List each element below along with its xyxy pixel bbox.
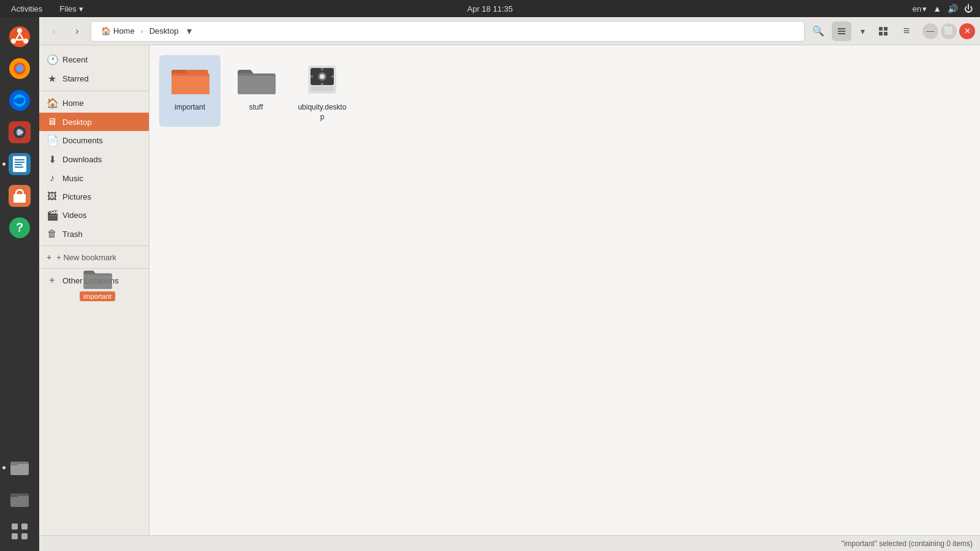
dock-item-files[interactable] [5, 453, 34, 482]
desktop-file-icon [306, 63, 339, 96]
sidebar-item-trash[interactable]: 🗑 Trash [39, 225, 149, 243]
volume-icon[interactable]: 🔊 [948, 4, 958, 13]
breadcrumb-home-label: Home [113, 26, 135, 36]
breadcrumb-home[interactable]: 🏠 Home [97, 25, 138, 37]
svg-rect-24 [13, 194, 26, 203]
file-area: important stuff [149, 45, 980, 535]
sidebar-label-home: Home [62, 99, 84, 108]
dock-item-help[interactable]: ? [5, 213, 34, 242]
svg-point-54 [320, 74, 325, 79]
sidebar-item-videos[interactable]: 🎬 Videos [39, 206, 149, 225]
status-bar: "important" selected (containing 0 items… [39, 535, 980, 551]
dock-item-show-apps[interactable] [5, 517, 34, 546]
forward-button[interactable]: › [67, 21, 87, 41]
svg-rect-20 [15, 162, 24, 163]
file-item-important[interactable]: important [159, 55, 221, 127]
lang-text: en [913, 4, 921, 13]
documents-icon: 📄 [47, 135, 58, 146]
sidebar: 🕐 Recent ★ Starred 🏠 Home 🖥 Desktop 📄 Do… [39, 45, 149, 535]
sidebar-divider-2 [39, 246, 149, 246]
sidebar-label-downloads: Downloads [62, 155, 102, 164]
sidebar-label-videos: Videos [62, 211, 87, 220]
power-icon[interactable]: ⏻ [964, 4, 973, 13]
sidebar-item-documents[interactable]: 📄 Documents [39, 131, 149, 150]
view-dropdown-button[interactable]: ▾ [853, 21, 872, 41]
maximize-button[interactable]: ⬜ [941, 23, 957, 39]
sidebar-label-recent: Recent [62, 55, 88, 64]
sidebar-item-recent[interactable]: 🕐 Recent [39, 50, 149, 69]
trash-icon: 🗑 [47, 228, 58, 239]
sidebar-item-downloads[interactable]: ⬇ Downloads [39, 150, 149, 169]
sidebar-divider-1 [39, 91, 149, 91]
lang-indicator[interactable]: en ▾ [913, 4, 927, 13]
status-text: "important" selected (containing 0 items… [841, 539, 973, 548]
svg-rect-35 [12, 533, 18, 539]
close-button[interactable]: ✕ [959, 23, 975, 39]
svg-rect-55 [321, 68, 323, 70]
dock-item-rhythmbox[interactable] [5, 118, 34, 147]
svg-rect-41 [884, 27, 888, 31]
sidebar-item-music[interactable]: ♪ Music [39, 169, 149, 187]
recent-icon: 🕐 [47, 54, 58, 66]
file-item-ubiquity[interactable]: ubiquity.desktop [292, 55, 353, 127]
svg-rect-52 [311, 86, 334, 91]
sidebar-label-documents: Documents [62, 136, 103, 145]
view-list-button[interactable] [832, 21, 851, 41]
sidebar-item-desktop[interactable]: 🖥 Desktop [39, 113, 149, 131]
sidebar-new-bookmark[interactable]: + + New bookmark [39, 249, 149, 266]
sidebar-item-home[interactable]: 🏠 Home [39, 94, 149, 113]
svg-rect-42 [879, 32, 883, 36]
activities-button[interactable]: Activities [7, 3, 46, 15]
dock-item-thunderbird[interactable] [5, 86, 34, 115]
desktop-icon: 🖥 [47, 116, 58, 127]
dock-item-ubuntu[interactable] [5, 22, 34, 51]
svg-rect-39 [838, 33, 845, 34]
svg-rect-36 [21, 533, 28, 539]
svg-rect-58 [331, 75, 334, 78]
back-button[interactable]: ‹ [44, 21, 64, 41]
files-menu-label: Files [59, 4, 76, 13]
file-icon-wrapper-stuff [236, 60, 276, 99]
sidebar-label-starred: Starred [62, 74, 89, 83]
sidebar-item-pictures[interactable]: 🖼 Pictures [39, 187, 149, 206]
home-sidebar-icon: 🏠 [47, 97, 58, 109]
svg-rect-28 [10, 464, 29, 475]
minimize-button[interactable]: — [922, 23, 938, 39]
sidebar-label-music: Music [62, 174, 83, 183]
svg-text:?: ? [16, 220, 23, 234]
music-icon: ♪ [47, 173, 58, 184]
title-bar: ‹ › 🏠 Home › Desktop ▾ 🔍 ▾ [39, 17, 980, 45]
breadcrumb-bar: 🏠 Home › Desktop ▾ [91, 21, 805, 42]
dock-item-files2[interactable] [5, 485, 34, 514]
dock-item-firefox[interactable] [5, 54, 34, 83]
files-menu-button[interactable]: Files ▾ [56, 3, 86, 15]
svg-rect-37 [838, 28, 845, 29]
svg-rect-38 [838, 31, 845, 32]
breadcrumb-dropdown-btn[interactable]: ▾ [184, 24, 194, 38]
files-window: ‹ › 🏠 Home › Desktop ▾ 🔍 ▾ [39, 17, 980, 551]
breadcrumb-desktop[interactable]: Desktop [146, 25, 183, 37]
sidebar-item-other-locations[interactable]: + Other Locations [39, 271, 149, 290]
svg-rect-32 [10, 493, 18, 497]
folder-icon-stuff [236, 62, 276, 97]
svg-rect-19 [15, 159, 24, 160]
hamburger-menu-button[interactable]: ≡ [897, 21, 916, 41]
sidebar-label-pictures: Pictures [62, 192, 91, 201]
file-label-ubiquity: ubiquity.desktop [296, 103, 348, 122]
view-controls: ▾ [832, 21, 893, 41]
svg-rect-21 [15, 164, 22, 165]
dock-item-writer[interactable] [5, 149, 34, 179]
search-button[interactable]: 🔍 [809, 21, 828, 41]
wifi-icon[interactable]: ▲ [933, 4, 941, 13]
dock-indicator-writer [2, 163, 6, 166]
file-item-stuff[interactable]: stuff [225, 55, 287, 127]
sidebar-item-starred[interactable]: ★ Starred [39, 69, 149, 88]
view-grid-button[interactable] [873, 21, 893, 41]
dock-item-shop[interactable] [5, 181, 34, 211]
folder-icon-important [170, 62, 209, 97]
svg-point-3 [23, 39, 28, 43]
sidebar-label-desktop: Desktop [62, 118, 92, 127]
sidebar-label-other-locations: Other Locations [62, 276, 119, 285]
svg-rect-40 [879, 27, 883, 31]
files-menu-arrow: ▾ [79, 4, 83, 13]
